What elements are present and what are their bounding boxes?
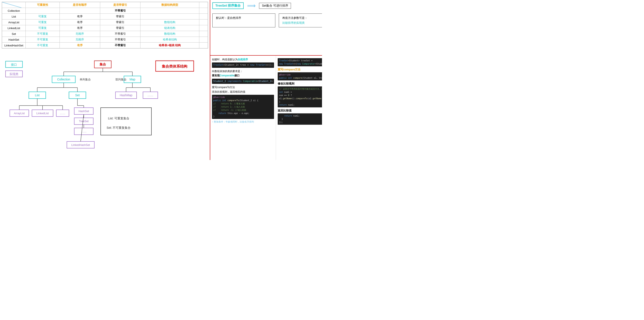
svg-text:集合类体系结构: 集合类体系结构 — [162, 64, 187, 68]
right-panel: TreeSet 排序集合 ⟹ Set集合 可进行排序 默认时：是自然排序 构造方… — [210, 0, 322, 160]
comparable-title: 要实现Comparable接口 — [212, 73, 274, 78]
treeset-header-row: TreeSet 排序集合 ⟹ Set集合 可进行排序 — [212, 2, 322, 9]
svg-rect-60 — [100, 108, 151, 135]
right-bottom-left: 创建时，构造器默认为自然排序 TreeSet<Student_2> tree =… — [210, 56, 276, 160]
svg-text:单列集合: 单列集合 — [80, 78, 91, 81]
header-struct: 数据结构类型 — [140, 2, 199, 8]
hierarchy-diagram: 接口 实现类 集合 集合类体系结构 Collection 单列集合 Map — [4, 52, 206, 157]
constructor-box: 构造方法参数可是： 比较排序的实现类 — [279, 13, 322, 27]
table-row: Collection 不带索引 — [2, 8, 208, 14]
modify-rule-title: 修改比较规则 — [278, 82, 322, 86]
code-compareto: @Override public int compareTo(Student_2… — [212, 95, 274, 119]
override-title: 重写compareTo方法 — [212, 85, 274, 89]
svg-text:实现类: 实现类 — [10, 72, 18, 76]
table-row: Set 不可重复 无顺序 不带索引 数组结构 — [2, 31, 208, 37]
left-panel: 可重复性 是否有顺序 是否带索引 数据结构类型 Collection 不带索引 — [0, 0, 210, 160]
rewrite-compare-title: 重写compare方法 — [278, 68, 322, 71]
svg-text:……: …… — [148, 93, 154, 97]
default-sort-text: 默认时：是自然排序 — [216, 16, 241, 19]
code-return: return num1; } }); — [278, 113, 322, 125]
svg-text:List: List — [35, 93, 40, 97]
svg-text:ArrayList: ArrayList — [14, 112, 25, 115]
diagram-section: 接口 实现类 集合 集合类体系结构 Collection 单列集合 Map — [2, 51, 208, 158]
desc-row: 默认时：是自然排序 构造方法参数可是： 比较排序的实现类 — [212, 13, 322, 27]
comparator-text: 比较排序的实现类 — [282, 21, 305, 24]
default-sort-box: 默认时：是自然排序 — [212, 13, 275, 27]
table-row: HashSet 不可重复 无顺序 不带索引 哈希表结构 — [2, 37, 208, 42]
svg-text:TreeSet: TreeSet — [79, 120, 89, 123]
header-order: 是否有顺序 — [60, 2, 100, 8]
svg-text:接口: 接口 — [11, 63, 17, 66]
svg-text:LinkedList: LinkedList — [36, 112, 49, 115]
requirement-title: 向数组添加的类的要求是： — [212, 69, 274, 73]
code-implements: Student_2 implements Comparable<Student_… — [212, 79, 274, 84]
svg-line-0 — [2, 2, 26, 8]
table-section: 可重复性 是否有顺序 是否带索引 数据结构类型 Collection 不带索引 — [2, 2, 208, 48]
svg-text:HashMap: HashMap — [120, 93, 132, 97]
right-top: TreeSet 排序集合 ⟹ Set集合 可进行排序 默认时：是自然排序 构造方… — [210, 0, 322, 56]
create-title: 创建时，构造器默认为自然排序 — [212, 57, 274, 62]
svg-text:HashSet: HashSet — [78, 109, 89, 113]
return-title: 返回比较值 — [278, 109, 322, 112]
svg-text:Set: 不可重复集合: Set: 不可重复集合 — [106, 126, 130, 129]
svg-text:LinkedHashSet: LinkedHashSet — [71, 143, 90, 147]
header-index: 是否带索引 — [100, 2, 140, 8]
svg-text:……: …… — [60, 112, 66, 115]
constructor-text: 构造方法参数可是： — [282, 16, 308, 19]
add-rule-title: 添加比较规则，返回相应的值 — [212, 90, 274, 94]
svg-text:Map: Map — [130, 78, 135, 81]
svg-text:Set: Set — [75, 93, 80, 97]
table-row: ArrayList 可重复 有序 带索引 数组结构 — [2, 19, 208, 25]
code-top-block: TreeSet<Student> treeSet = new TreeSet<>… — [278, 58, 322, 66]
svg-text:双列集合: 双列集合 — [116, 78, 126, 81]
code-override: @Override public int compare(Student o1,… — [278, 72, 322, 80]
right-bottom-right: TreeSet<Student> treeSet = new TreeSet<>… — [276, 56, 322, 160]
svg-text:集合: 集合 — [100, 62, 106, 66]
arrow-icon: ⟹ — [247, 2, 256, 9]
header-repeat: 可重复性 — [26, 2, 60, 8]
arrow-note: ↑ 附加条件：年龄相同时，比较名字排列 — [212, 120, 274, 124]
table-row: LinkedHashSet 不可重复 有序 不带索引 哈希表+链表 结构 — [2, 42, 208, 48]
table-row: LinkedList 可重复 有序 带索引 链表结构 — [2, 25, 208, 31]
collection-table: 可重复性 是否有顺序 是否带索引 数据结构类型 Collection 不带索引 — [2, 2, 208, 48]
right-bottom: 创建时，构造器默认为自然排序 TreeSet<Student_2> tree =… — [210, 56, 322, 160]
main-container: 可重复性 是否有顺序 是否带索引 数据结构类型 Collection 不带索引 — [0, 0, 322, 160]
svg-text:List: 可重复集合: List: 可重复集合 — [108, 117, 129, 120]
table-row: List 可重复 有序 带索引 — [2, 14, 208, 19]
code-modify: // 这里文字两用前面对整对象的成员方法。因为成员变量私有化 int num1 … — [278, 86, 322, 107]
svg-text:Collection: Collection — [57, 78, 70, 81]
treeset-label: TreeSet 排序集合 — [212, 2, 244, 9]
set-desc-box: Set集合 可进行排序 — [259, 3, 291, 9]
code-create: TreeSet<Student_2> tree = new TreeSet<>(… — [212, 62, 274, 68]
